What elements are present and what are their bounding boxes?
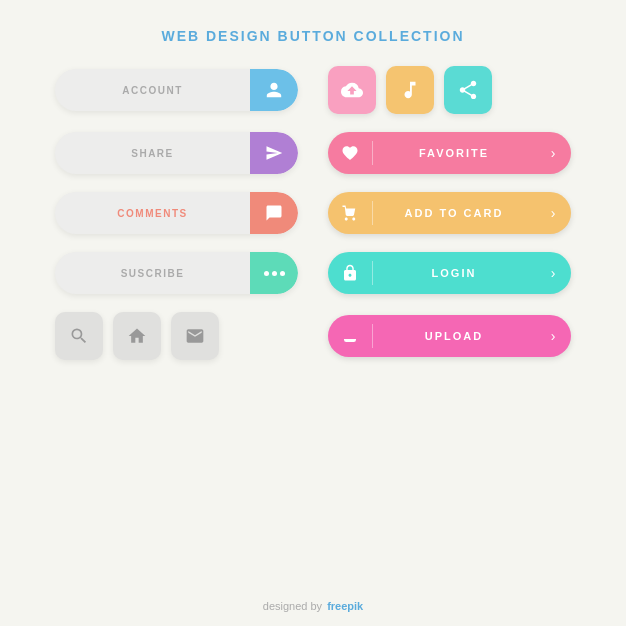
upload-label: UPLOAD [373, 330, 535, 342]
footer-text: designed by [263, 600, 322, 612]
upload-svg [341, 327, 359, 345]
page-title: WEB DESIGN BUTTON COLLECTION [161, 28, 464, 44]
login-button[interactable]: LOGIN › [328, 252, 571, 294]
mail-button[interactable] [171, 312, 219, 360]
share-network-button[interactable] [444, 66, 492, 114]
search-icon [69, 326, 89, 346]
lock-icon [328, 252, 372, 294]
share-label: SHARE [55, 148, 250, 159]
user-icon [265, 81, 283, 99]
dots-icon [264, 271, 285, 276]
cart-icon [328, 192, 372, 234]
upload-icon [328, 315, 372, 357]
row-4: SUSCRIBE LOGIN › [55, 252, 571, 294]
comments-icon-part [250, 192, 298, 234]
comments-button[interactable]: COMMENTS [55, 192, 298, 234]
favorite-arrow: › [535, 145, 571, 161]
account-button[interactable]: ACCOUNT [55, 69, 298, 111]
music-icon [399, 79, 421, 101]
login-label: LOGIN [373, 267, 535, 279]
search-button[interactable] [55, 312, 103, 360]
addtocart-arrow: › [535, 205, 571, 221]
share-button[interactable]: SHARE [55, 132, 298, 174]
addtocart-label: ADD TO CARD [373, 207, 535, 219]
lock-svg [341, 264, 359, 282]
row-3: COMMENTS ADD TO CARD › [55, 192, 571, 234]
account-label: ACCOUNT [55, 85, 250, 96]
brand-name: freepik [327, 600, 363, 612]
home-button[interactable] [113, 312, 161, 360]
cart-svg [341, 204, 359, 222]
send-icon [265, 144, 283, 162]
suscribe-label: SUSCRIBE [55, 268, 250, 279]
upload-arrow: › [535, 328, 571, 344]
comment-icon [265, 204, 283, 222]
share-icon [457, 79, 479, 101]
row-5: UPLOAD › [55, 312, 571, 360]
heart-icon [328, 132, 372, 174]
upload-button[interactable]: UPLOAD › [328, 315, 571, 357]
row-1: ACCOUNT [55, 66, 571, 114]
mail-icon [185, 326, 205, 346]
home-icon [127, 326, 147, 346]
heart-svg [341, 144, 359, 162]
account-icon-part [250, 69, 298, 111]
music-button[interactable] [386, 66, 434, 114]
cloud-upload-button[interactable] [328, 66, 376, 114]
grey-squares-row [55, 312, 298, 360]
cloud-icon [341, 79, 363, 101]
favorite-button[interactable]: FAVORITE › [328, 132, 571, 174]
footer: designed by freepik [263, 600, 363, 626]
comments-label: COMMENTS [55, 208, 250, 219]
icon-squares-row [328, 66, 571, 114]
login-arrow: › [535, 265, 571, 281]
suscribe-icon-part [250, 252, 298, 294]
row-2: SHARE FAVORITE › [55, 132, 571, 174]
addtocart-button[interactable]: ADD TO CARD › [328, 192, 571, 234]
suscribe-button[interactable]: SUSCRIBE [55, 252, 298, 294]
favorite-label: FAVORITE [373, 147, 535, 159]
share-icon-part [250, 132, 298, 174]
